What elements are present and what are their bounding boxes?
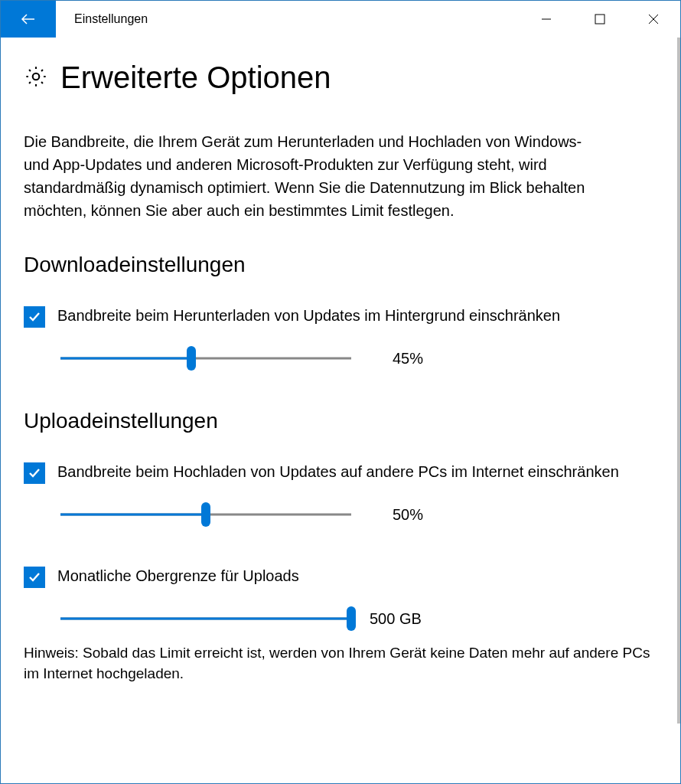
- upload-cap-slider[interactable]: [60, 606, 351, 631]
- minimize-icon: [541, 14, 552, 24]
- slider-thumb[interactable]: [201, 502, 210, 527]
- upload-cap-slider-row: 500 GB: [60, 606, 653, 631]
- slider-thumb[interactable]: [187, 346, 196, 371]
- upload-limit-slider[interactable]: [60, 502, 351, 527]
- slider-fill: [60, 358, 191, 360]
- back-button[interactable]: [1, 1, 56, 38]
- upload-limit-label[interactable]: Bandbreite beim Hochladen von Updates au…: [57, 461, 619, 482]
- download-section-title: Downloadeinstellungen: [24, 253, 653, 277]
- upload-limit-slider-row: 50%: [60, 502, 653, 527]
- download-limit-row: Bandbreite beim Herunterladen von Update…: [24, 305, 653, 328]
- svg-point-1: [33, 73, 40, 80]
- page-title: Erweiterte Optionen: [60, 60, 331, 95]
- svg-rect-0: [595, 15, 604, 24]
- titlebar: Einstellungen: [1, 1, 680, 38]
- window-controls: [520, 1, 680, 38]
- download-limit-slider-row: 45%: [60, 346, 653, 371]
- slider-thumb[interactable]: [347, 606, 356, 631]
- check-icon: [27, 309, 42, 325]
- upload-cap-checkbox[interactable]: [24, 567, 45, 588]
- maximize-icon: [595, 14, 605, 24]
- scrollbar-thumb[interactable]: [677, 38, 680, 724]
- upload-cap-label[interactable]: Monatliche Obergrenze für Uploads: [57, 565, 299, 586]
- check-icon: [27, 570, 42, 585]
- upload-cap-value: 500 GB: [370, 610, 422, 628]
- close-icon: [648, 14, 659, 24]
- upload-section-title: Uploadeinstellungen: [24, 409, 653, 433]
- scrollbar[interactable]: [676, 38, 680, 783]
- download-limit-value: 45%: [393, 350, 423, 368]
- download-limit-label[interactable]: Bandbreite beim Herunterladen von Update…: [57, 305, 560, 326]
- back-arrow-icon: [19, 10, 37, 28]
- upload-limit-checkbox[interactable]: [24, 462, 45, 484]
- check-icon: [27, 466, 42, 481]
- slider-fill: [60, 514, 206, 516]
- minimize-button[interactable]: [520, 1, 573, 38]
- window-title: Einstellungen: [74, 12, 520, 26]
- close-button[interactable]: [627, 1, 680, 38]
- download-limit-checkbox[interactable]: [24, 306, 45, 328]
- page-header: Erweiterte Optionen: [24, 60, 653, 95]
- gear-icon: [24, 64, 48, 92]
- slider-fill: [60, 618, 351, 620]
- upload-cap-hint: Hinweis: Sobald das Limit erreicht ist, …: [24, 643, 653, 684]
- content-area: Erweiterte Optionen Die Bandbreite, die …: [1, 38, 676, 783]
- upload-limit-value: 50%: [393, 506, 423, 524]
- upload-cap-row: Monatliche Obergrenze für Uploads: [24, 565, 653, 588]
- download-limit-slider[interactable]: [60, 346, 351, 371]
- maximize-button[interactable]: [573, 1, 627, 38]
- intro-text: Die Bandbreite, die Ihrem Gerät zum Heru…: [24, 130, 605, 222]
- upload-limit-row: Bandbreite beim Hochladen von Updates au…: [24, 461, 653, 484]
